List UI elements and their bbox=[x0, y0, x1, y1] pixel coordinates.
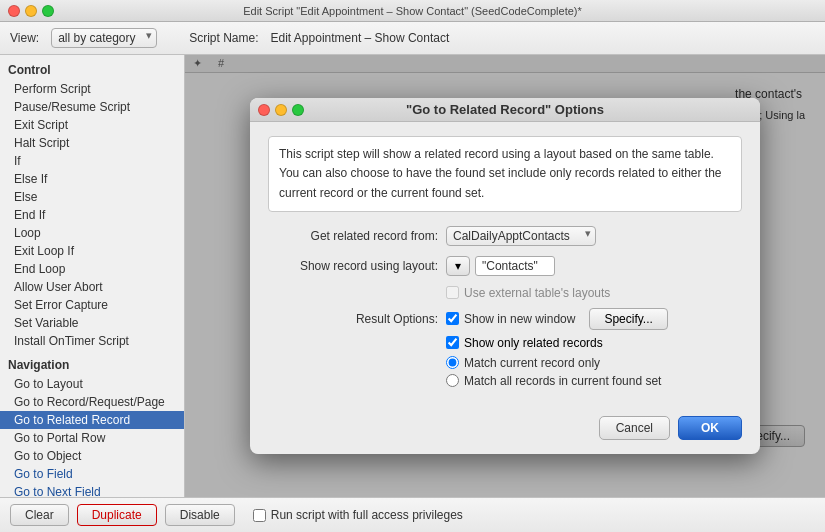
dialog-title: "Go to Related Record" Options bbox=[406, 102, 604, 117]
sidebar-item-set-error[interactable]: Set Error Capture bbox=[0, 296, 184, 314]
get-related-select-wrapper[interactable]: CalDailyApptContacts bbox=[446, 226, 596, 246]
modal-overlay: "Go to Related Record" Options This scri… bbox=[185, 55, 825, 497]
sidebar-item-go-to-layout[interactable]: Go to Layout bbox=[0, 375, 184, 393]
specify-dialog-button[interactable]: Specify... bbox=[589, 308, 667, 330]
sidebar-item-go-to-field[interactable]: Go to Field bbox=[0, 465, 184, 483]
minimize-button[interactable] bbox=[25, 5, 37, 17]
view-select-wrapper[interactable]: all by category bbox=[51, 28, 157, 48]
sidebar-item-go-to-related-record[interactable]: Go to Related Record bbox=[0, 411, 184, 429]
script-name-label: Script Name: bbox=[189, 31, 258, 45]
sidebar-item-loop[interactable]: Loop bbox=[0, 224, 184, 242]
radio-found-set-label: Match all records in current found set bbox=[464, 374, 661, 388]
dialog-window-controls[interactable] bbox=[258, 104, 304, 116]
sidebar-item-pause-resume[interactable]: Pause/Resume Script bbox=[0, 98, 184, 116]
cancel-button[interactable]: Cancel bbox=[599, 416, 670, 440]
sidebar-item-go-to-next-field[interactable]: Go to Next Field bbox=[0, 483, 184, 497]
sidebar-item-end-loop[interactable]: End Loop bbox=[0, 260, 184, 278]
radio-current-record[interactable] bbox=[446, 356, 459, 369]
radio-found-set[interactable] bbox=[446, 374, 459, 387]
script-name-value: Edit Appointment – Show Contact bbox=[271, 31, 450, 45]
sidebar-item-allow-user-abort[interactable]: Allow User Abort bbox=[0, 278, 184, 296]
show-new-window-label: Show in new window bbox=[464, 312, 575, 326]
sidebar-section-navigation: Navigation bbox=[0, 353, 184, 375]
show-only-related-row: Show only related records bbox=[446, 336, 742, 350]
window-title: Edit Script "Edit Appointment – Show Con… bbox=[243, 5, 582, 17]
bottom-bar: Clear Duplicate Disable Run script with … bbox=[0, 497, 825, 532]
sidebar-item-perform-script[interactable]: Perform Script bbox=[0, 80, 184, 98]
dialog-title-bar: "Go to Related Record" Options bbox=[250, 98, 760, 122]
sidebar-item-go-to-object[interactable]: Go to Object bbox=[0, 447, 184, 465]
content-area: Control Perform Script Pause/Resume Scri… bbox=[0, 55, 825, 497]
radio-row-current: Match current record only bbox=[446, 356, 742, 370]
sidebar-item-go-to-portal-row[interactable]: Go to Portal Row bbox=[0, 429, 184, 447]
sidebar-item-exit-loop[interactable]: Exit Loop If bbox=[0, 242, 184, 260]
layout-row: ▾ "Contacts" bbox=[446, 256, 555, 276]
result-options-label: Result Options: bbox=[268, 312, 438, 326]
radio-group: Match current record only Match all reco… bbox=[446, 356, 742, 388]
maximize-button[interactable] bbox=[42, 5, 54, 17]
show-only-related-checkbox[interactable] bbox=[446, 336, 459, 349]
sidebar-item-go-to-record[interactable]: Go to Record/Request/Page bbox=[0, 393, 184, 411]
show-layout-label: Show record using layout: bbox=[268, 259, 438, 273]
ext-table-checkbox[interactable] bbox=[446, 286, 459, 299]
sidebar-item-if[interactable]: If bbox=[0, 152, 184, 170]
show-new-window-checkbox[interactable] bbox=[446, 312, 459, 325]
view-label: View: bbox=[10, 31, 39, 45]
dialog: "Go to Related Record" Options This scri… bbox=[250, 98, 760, 454]
run-script-row: Run script with full access privileges bbox=[253, 508, 463, 522]
result-options-row: Result Options: Show in new window Speci… bbox=[268, 308, 742, 330]
toolbar: View: all by category Script Name: Edit … bbox=[0, 22, 825, 55]
dialog-buttons: Cancel OK bbox=[250, 406, 760, 454]
sidebar-item-set-variable[interactable]: Set Variable bbox=[0, 314, 184, 332]
sidebar-item-halt-script[interactable]: Halt Script bbox=[0, 134, 184, 152]
run-script-label: Run script with full access privileges bbox=[271, 508, 463, 522]
script-editor: ✦ # the contact's acts"; Using la ]' Spe… bbox=[185, 55, 825, 497]
layout-value: "Contacts" bbox=[475, 256, 555, 276]
sidebar: Control Perform Script Pause/Resume Scri… bbox=[0, 55, 185, 497]
main-container: View: all by category Script Name: Edit … bbox=[0, 22, 825, 532]
dialog-min-button[interactable] bbox=[275, 104, 287, 116]
window-controls[interactable] bbox=[8, 5, 54, 17]
sidebar-item-else-if[interactable]: Else If bbox=[0, 170, 184, 188]
duplicate-button[interactable]: Duplicate bbox=[77, 504, 157, 526]
dialog-close-button[interactable] bbox=[258, 104, 270, 116]
ok-button[interactable]: OK bbox=[678, 416, 742, 440]
sidebar-item-install-ontimer[interactable]: Install OnTimer Script bbox=[0, 332, 184, 350]
dialog-description: This script step will show a related rec… bbox=[268, 136, 742, 212]
dialog-max-button[interactable] bbox=[292, 104, 304, 116]
clear-button[interactable]: Clear bbox=[10, 504, 69, 526]
show-only-related-label: Show only related records bbox=[464, 336, 603, 350]
title-bar: Edit Script "Edit Appointment – Show Con… bbox=[0, 0, 825, 22]
get-related-label: Get related record from: bbox=[268, 229, 438, 243]
get-related-row: Get related record from: CalDailyApptCon… bbox=[268, 226, 742, 246]
radio-current-label: Match current record only bbox=[464, 356, 600, 370]
show-new-window-group: Show in new window bbox=[446, 312, 575, 326]
close-button[interactable] bbox=[8, 5, 20, 17]
ext-table-row: Use external table's layouts bbox=[446, 286, 742, 300]
sidebar-item-else[interactable]: Else bbox=[0, 188, 184, 206]
radio-row-found-set: Match all records in current found set bbox=[446, 374, 742, 388]
view-select[interactable]: all by category bbox=[51, 28, 157, 48]
get-related-select[interactable]: CalDailyApptContacts bbox=[446, 226, 596, 246]
ext-table-label: Use external table's layouts bbox=[464, 286, 610, 300]
sidebar-item-exit-script[interactable]: Exit Script bbox=[0, 116, 184, 134]
show-layout-row: Show record using layout: ▾ "Contacts" bbox=[268, 256, 742, 276]
disable-button[interactable]: Disable bbox=[165, 504, 235, 526]
layout-dropdown-button[interactable]: ▾ bbox=[446, 256, 470, 276]
sidebar-section-control: Control bbox=[0, 58, 184, 80]
run-script-checkbox[interactable] bbox=[253, 509, 266, 522]
dialog-content: This script step will show a related rec… bbox=[250, 122, 760, 406]
sidebar-item-end-if[interactable]: End If bbox=[0, 206, 184, 224]
